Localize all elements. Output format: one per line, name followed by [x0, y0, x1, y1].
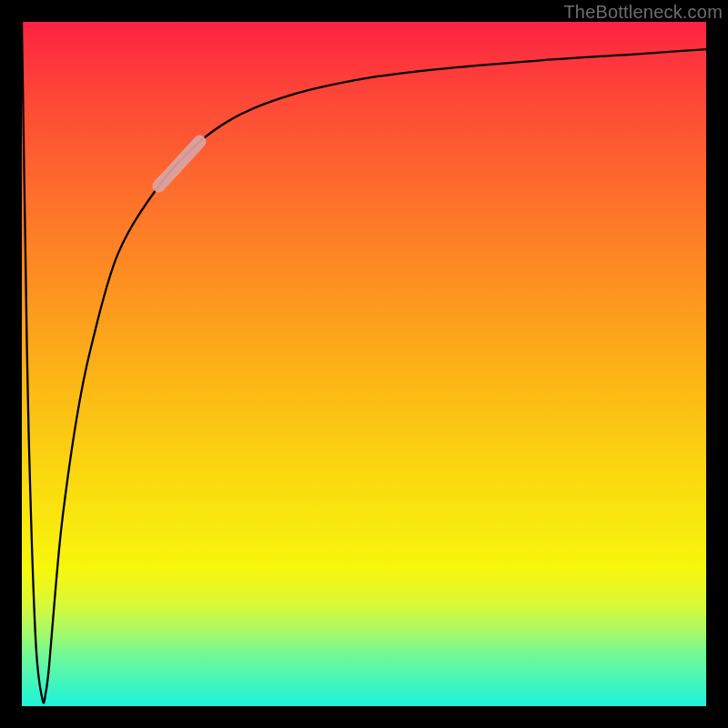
bottleneck-curve	[22, 22, 706, 703]
chart-frame: TheBottleneck.com	[0, 0, 728, 728]
curve-layer	[22, 22, 706, 706]
watermark-text: TheBottleneck.com	[563, 2, 723, 23]
plot-area	[22, 22, 706, 706]
curve-highlight-segment	[158, 142, 199, 187]
